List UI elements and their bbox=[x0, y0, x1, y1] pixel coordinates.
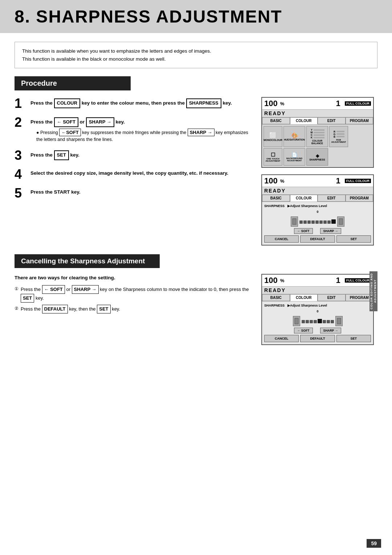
screen3: 100 % 1 FULL COLOUR READY BASIC COLOUR E… bbox=[261, 274, 374, 345]
screen3-tab-program[interactable]: PROGRAM bbox=[346, 294, 373, 301]
hue-icon: 🎨 bbox=[291, 133, 298, 138]
mono-label: MONOCOLOUR bbox=[264, 139, 282, 141]
dot4 bbox=[311, 220, 315, 224]
cancel-step1: ① Press the ← SOFT or SHARP → key on the… bbox=[15, 285, 254, 303]
screen1-tab-colour[interactable]: COLOUR bbox=[290, 117, 318, 124]
step-4: 4 Select the desired copy size, image de… bbox=[15, 168, 254, 181]
screen2-tab-basic[interactable]: BASIC bbox=[262, 195, 290, 202]
step-5-number: 5 bbox=[15, 187, 26, 200]
screen2-sharp-btn[interactable]: SHARP → bbox=[320, 228, 341, 234]
screen2-slider-track bbox=[299, 219, 336, 224]
cancel-step2-text: Press the DEFAULT key, then the SET key. bbox=[21, 305, 120, 313]
circled-1: ① bbox=[15, 285, 19, 303]
page-container: 8. SHARPNESS ADJUSTMENT This function is… bbox=[0, 0, 392, 555]
screen1-tab-program[interactable]: PROGRAM bbox=[346, 117, 373, 124]
screen3-bottom-btns: CANCEL DEFAULT SET bbox=[264, 335, 371, 342]
menu-monocolour[interactable]: ⬜ MONOCOLOUR bbox=[264, 126, 282, 147]
menu-rgb[interactable]: R G B RGBADJUSTMENT bbox=[329, 126, 348, 147]
screen3-soft-btn[interactable]: ← SOFT bbox=[294, 328, 313, 333]
screen3-sharpness-label: SHARPNESS bbox=[264, 304, 285, 307]
screen3-set-btn[interactable]: SET bbox=[336, 335, 371, 342]
cancel-intro: There are two ways for clearing the sett… bbox=[15, 274, 254, 282]
screen1-tab-basic[interactable]: BASIC bbox=[262, 117, 290, 124]
screen3-tab-basic[interactable]: BASIC bbox=[262, 294, 290, 301]
menu-hue[interactable]: 🎨 HUE/SATURATION bbox=[283, 126, 305, 147]
screen3-topbar: 100 % 1 FULL COLOUR bbox=[262, 275, 373, 287]
screen3-cancel-btn[interactable]: CANCEL bbox=[264, 335, 299, 342]
s3dot7 bbox=[327, 320, 330, 323]
sharpness-menu-label: SHARPNESS bbox=[309, 158, 325, 161]
screen2-body: SHARPNESS ▶Adjust Sharpness Level 0 bbox=[262, 202, 373, 245]
screen2-sharpness-label: SHARPNESS bbox=[264, 204, 285, 208]
svg-rect-3 bbox=[337, 318, 341, 324]
screen2-slider-right-icon bbox=[337, 216, 344, 227]
screen1-body: ⬜ MONOCOLOUR 🎨 HUE/SATURATION bbox=[262, 125, 373, 167]
screen3-adjust-label: ▶Adjust Sharpness Level bbox=[287, 304, 327, 307]
sharp-key[interactable]: SHARP → bbox=[86, 117, 114, 127]
screen2-topbar: 100 % 1 FULL COLOUR bbox=[262, 175, 373, 187]
screen3-zero: 0 bbox=[264, 309, 371, 313]
screen3-ready: READY bbox=[262, 287, 373, 294]
screen1-tab-edit[interactable]: EDIT bbox=[318, 117, 346, 124]
page-header: 8. SHARPNESS ADJUSTMENT bbox=[0, 0, 392, 33]
screen2-tab-program[interactable]: PROGRAM bbox=[346, 195, 373, 202]
screen2-tabs: BASIC COLOUR EDIT PROGRAM bbox=[262, 195, 373, 202]
step-1-content: Press the COLOUR key to enter the colour… bbox=[30, 97, 232, 108]
screen3-tab-edit[interactable]: EDIT bbox=[318, 294, 346, 301]
screen1-tabs: BASIC COLOUR EDIT PROGRAM bbox=[262, 117, 373, 125]
bg-label: BACKGROUNDADJUSTMENT bbox=[286, 157, 302, 162]
screen2-default-btn[interactable]: DEFAULT bbox=[300, 235, 335, 243]
screen2-tab-edit[interactable]: EDIT bbox=[318, 195, 346, 202]
sharpness-menu-icon: ◈ bbox=[316, 153, 319, 158]
step-1-number: 1 bbox=[15, 97, 26, 110]
onetouch-label: ONE TOUCHADJUSTMENT bbox=[265, 158, 280, 162]
ymck-label: Y M C K bbox=[310, 129, 324, 139]
step-4-content: Select the desired copy size, image dens… bbox=[30, 168, 228, 177]
screen2-set-btn[interactable]: SET bbox=[336, 235, 371, 243]
color-editing-sidebar: COLOR EDITING ANDADJUSTMENT bbox=[369, 271, 377, 311]
screen3-copynum: 1 bbox=[336, 276, 340, 285]
screen2-zero: 0 bbox=[264, 210, 371, 214]
step-2-content: Press the ← SOFT or SHARP → key. Pressin… bbox=[30, 116, 254, 143]
menu-background[interactable]: 📄 BACKGROUNDADJUSTMENT bbox=[283, 148, 305, 166]
screen2-fullcolour: FULL COLOUR bbox=[345, 179, 371, 183]
screen3-slider-right-icon bbox=[335, 316, 343, 326]
screen3-slider-left-icon bbox=[293, 316, 300, 326]
cancel-step1-text: Press the ← SOFT or SHARP → key on the S… bbox=[21, 285, 254, 303]
screen3-slider bbox=[264, 316, 371, 326]
cancel-two-col: There are two ways for clearing the sett… bbox=[15, 274, 377, 345]
screen3-softsharp: ← SOFT SHARP → bbox=[264, 328, 371, 333]
cancel-step2: ② Press the DEFAULT key, then the SET ke… bbox=[15, 305, 254, 313]
info-line1: This function is available when you want… bbox=[22, 47, 370, 55]
colour-key[interactable]: COLOUR bbox=[54, 98, 80, 108]
s3dot5 bbox=[318, 319, 322, 323]
menu-sharpness[interactable]: ◈ SHARPNESS bbox=[306, 148, 328, 166]
screen2-tab-colour[interactable]: COLOUR bbox=[290, 195, 318, 202]
cancel-left: There are two ways for clearing the sett… bbox=[15, 274, 254, 345]
set-key-step3[interactable]: SET bbox=[54, 150, 69, 160]
sharpness-key[interactable]: SHARPNESS bbox=[186, 98, 221, 108]
svg-rect-0 bbox=[293, 219, 296, 224]
screen3-tab-colour[interactable]: COLOUR bbox=[290, 294, 318, 301]
menu-colourbal[interactable]: Y M C K COLOUR BALANCE bbox=[306, 126, 328, 147]
screen1-row2: ☐ ONE TOUCHADJUSTMENT 📄 BACKGROUNDADJUST… bbox=[264, 148, 372, 166]
screen3-sharp-btn[interactable]: SHARP → bbox=[320, 328, 341, 333]
dot1 bbox=[299, 220, 303, 224]
cancel-section: Cancelling the Sharpness Adjustment Ther… bbox=[15, 254, 377, 345]
menu-onetouch[interactable]: ☐ ONE TOUCHADJUSTMENT bbox=[264, 148, 282, 166]
procedure-two-col: 1 Press the COLOUR key to enter the colo… bbox=[15, 97, 377, 246]
screen2-pctsign: % bbox=[280, 178, 285, 184]
screen3-default-btn[interactable]: DEFAULT bbox=[300, 335, 335, 342]
svg-rect-1 bbox=[339, 219, 343, 224]
soft-key[interactable]: ← SOFT bbox=[54, 117, 78, 127]
screen2-cancel-btn[interactable]: CANCEL bbox=[264, 235, 299, 243]
screen3-slider-track bbox=[302, 319, 334, 323]
rgb-label: RGBADJUSTMENT bbox=[331, 139, 346, 143]
screen1-row1: ⬜ MONOCOLOUR 🎨 HUE/SATURATION bbox=[264, 126, 372, 147]
dot5 bbox=[315, 220, 319, 224]
screen2-bottom-btns: CANCEL DEFAULT SET bbox=[264, 235, 371, 243]
rgb-icon: R G B bbox=[333, 130, 344, 138]
screen2-soft-btn[interactable]: ← SOFT bbox=[294, 228, 313, 234]
cancel-header: Cancelling the Sharpness Adjustment bbox=[15, 254, 160, 268]
page-number: 59 bbox=[367, 539, 381, 548]
